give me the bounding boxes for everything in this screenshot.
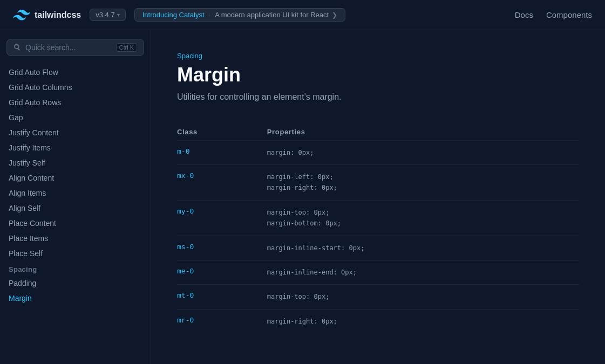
class-cell: me-0 <box>177 260 259 284</box>
announcement-arrow: ❯ <box>332 11 337 19</box>
property-value: margin-top: 0px;margin-bottom: 0px; <box>267 207 570 229</box>
breadcrumb: Spacing <box>177 52 579 60</box>
version-label: v3.4.7 <box>96 11 114 19</box>
sidebar-item-padding[interactable]: Padding <box>0 276 151 291</box>
sidebar-item-grid-auto-flow[interactable]: Grid Auto Flow <box>0 65 151 80</box>
sidebar-item-grid-auto-columns[interactable]: Grid Auto Columns <box>0 80 151 95</box>
property-value: margin-left: 0px;margin-right: 0px; <box>267 171 570 194</box>
sidebar-item-align-items[interactable]: Align Items <box>0 186 151 201</box>
sidebar-item-place-items[interactable]: Place Items <box>0 231 151 246</box>
class-name: my-0 <box>177 207 194 215</box>
property-cell: margin: 0px; <box>259 140 579 164</box>
property-cell: margin-top: 0px;margin-bottom: 0px; <box>259 200 579 236</box>
class-cell: ms-0 <box>177 236 259 260</box>
sidebar-item-gap[interactable]: Gap <box>0 110 151 125</box>
sidebar-item-align-self[interactable]: Align Self <box>0 201 151 216</box>
col-properties: Properties <box>259 123 579 141</box>
page-title: Margin <box>177 64 579 86</box>
class-cell: mt-0 <box>177 285 259 309</box>
table-row: me-0margin-inline-end: 0px; <box>177 260 579 284</box>
class-cell: mx-0 <box>177 164 259 200</box>
sidebar-item-justify-content[interactable]: Justify Content <box>0 125 151 140</box>
sidebar: Quick search... Ctrl K Grid Auto Flow Gr… <box>0 30 151 364</box>
sidebar-item-justify-items[interactable]: Justify Items <box>0 140 151 155</box>
table-row: mt-0margin-top: 0px; <box>177 285 579 309</box>
col-class: Class <box>177 123 259 141</box>
property-value: margin-right: 0px; <box>267 316 570 327</box>
class-name: me-0 <box>177 267 194 275</box>
announcement-link: A modern application UI kit for React <box>215 11 329 19</box>
reference-table: Class Properties m-0margin: 0px;mx-0marg… <box>177 123 579 334</box>
content-area: Spacing Margin Utilities for controlling… <box>151 30 605 364</box>
sidebar-item-margin[interactable]: Margin <box>0 291 151 306</box>
table-row: mr-0margin-right: 0px; <box>177 309 579 333</box>
class-cell: m-0 <box>177 140 259 164</box>
main-layout: Quick search... Ctrl K Grid Auto Flow Gr… <box>0 30 605 364</box>
property-cell: margin-inline-end: 0px; <box>259 260 579 284</box>
announcement-separator: · <box>209 11 211 19</box>
sidebar-item-place-content[interactable]: Place Content <box>0 216 151 231</box>
sidebar-item-grid-auto-rows[interactable]: Grid Auto Rows <box>0 95 151 110</box>
class-name: mr-0 <box>177 316 194 324</box>
sidebar-item-place-self[interactable]: Place Self <box>0 246 151 261</box>
class-name: mt-0 <box>177 291 194 299</box>
version-badge[interactable]: v3.4.7 ▾ <box>90 9 125 21</box>
logo-area: tailwindcss <box>13 6 81 24</box>
header: tailwindcss v3.4.7 ▾ Introducing Catalys… <box>0 0 605 30</box>
property-value: margin-inline-start: 0px; <box>267 243 570 253</box>
property-value: margin: 0px; <box>267 147 570 158</box>
announcement-title: Introducing Catalyst <box>142 11 205 19</box>
sidebar-items-above: Grid Auto Flow Grid Auto Columns Grid Au… <box>0 65 151 261</box>
class-name: mx-0 <box>177 171 194 180</box>
table-row: mx-0margin-left: 0px;margin-right: 0px; <box>177 164 579 200</box>
sidebar-item-align-content[interactable]: Align Content <box>0 170 151 186</box>
class-name: ms-0 <box>177 243 194 251</box>
search-placeholder: Quick search... <box>25 43 112 52</box>
class-cell: mr-0 <box>177 309 259 333</box>
nav-docs[interactable]: Docs <box>515 10 533 19</box>
property-cell: margin-top: 0px; <box>259 285 579 309</box>
sidebar-section-spacing: Spacing <box>0 261 151 276</box>
class-name: m-0 <box>177 147 189 155</box>
tailwind-logo <box>13 6 30 24</box>
logo-text: tailwindcss <box>35 10 81 20</box>
property-cell: margin-left: 0px;margin-right: 0px; <box>259 164 579 200</box>
header-nav: Docs Components <box>515 10 592 19</box>
table-row: ms-0margin-inline-start: 0px; <box>177 236 579 260</box>
nav-components[interactable]: Components <box>546 10 592 19</box>
property-cell: margin-inline-start: 0px; <box>259 236 579 260</box>
svg-point-0 <box>15 45 18 49</box>
table-row: my-0margin-top: 0px;margin-bottom: 0px; <box>177 200 579 236</box>
property-cell: margin-right: 0px; <box>259 309 579 333</box>
chevron-down-icon: ▾ <box>117 12 120 18</box>
search-shortcut: Ctrl K <box>116 43 138 52</box>
search-box[interactable]: Quick search... Ctrl K <box>6 39 144 56</box>
page-subtitle: Utilities for controlling an element's m… <box>177 92 579 102</box>
table-row: m-0margin: 0px; <box>177 140 579 164</box>
property-value: margin-inline-end: 0px; <box>267 267 570 278</box>
class-cell: my-0 <box>177 200 259 236</box>
announcement-bar[interactable]: Introducing Catalyst · A modern applicat… <box>134 8 346 22</box>
search-icon <box>13 44 21 51</box>
sidebar-item-justify-self[interactable]: Justify Self <box>0 155 151 170</box>
property-value: margin-top: 0px; <box>267 291 570 302</box>
